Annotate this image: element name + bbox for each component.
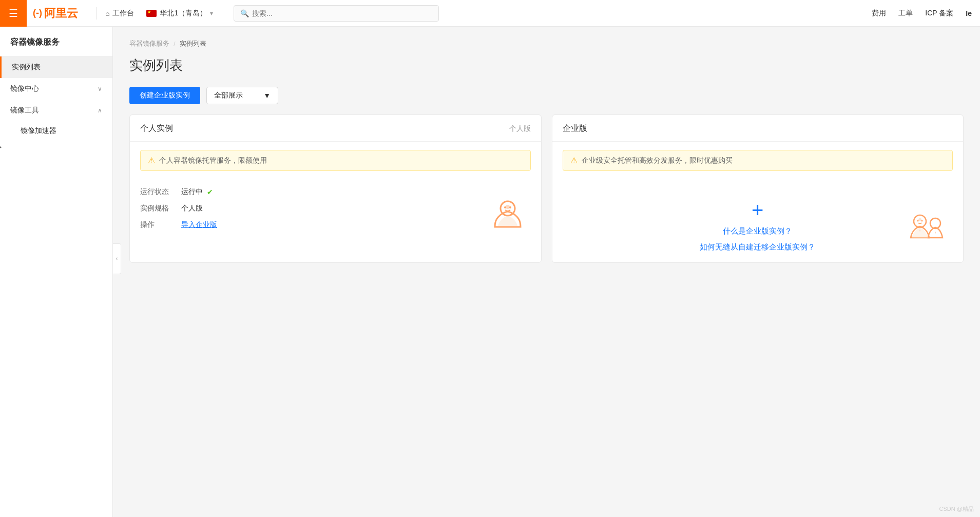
personal-card-title: 个人实例: [140, 123, 173, 134]
enterprise-notice-text: 企业级安全托管和高效分发服务，限时优惠购买: [582, 156, 733, 165]
menu-button[interactable]: ☰: [0, 0, 27, 27]
personal-card-body-wrapper: 运行状态 运行中 ✔ 实例规格 个人版 操作 导入企业版: [130, 179, 541, 245]
enterprise-card-notice: ⚠ 企业级安全托管和高效分发服务，限时优惠购买: [563, 150, 953, 171]
chevron-down-icon: ∨: [98, 85, 102, 92]
main-content: 容器镜像服务 / 实例列表 实例列表 创建企业版实例 全部展示 ▼ 个人实例 个…: [113, 27, 980, 517]
nav-extra[interactable]: Ie: [966, 9, 972, 17]
region-selector[interactable]: 华北1（青岛） ▾: [146, 9, 213, 18]
layout: 容器镜像服务 实例列表 镜像中心 ∨ 镜像工具 ∧ 镜像加速器 镜像工具 ↖ ‹…: [0, 27, 980, 517]
menu-icon: ☰: [9, 7, 18, 20]
enterprise-card-body-wrapper: + 什么是企业版实例？ 如何无缝从自建迁移企业版实例？: [552, 179, 964, 262]
breadcrumb-current: 实例列表: [180, 39, 206, 48]
collapse-arrow-icon: ‹: [116, 256, 118, 261]
enterprise-warning-icon: ⚠: [570, 156, 578, 165]
action-label: 操作: [140, 220, 181, 229]
svg-point-8: [921, 220, 923, 222]
svg-point-7: [917, 220, 919, 222]
sidebar-mirror-tools-label: 镜像工具: [10, 106, 39, 115]
breadcrumb-root[interactable]: 容器镜像服务: [129, 39, 169, 48]
watermark: CSDN @精品: [939, 505, 974, 513]
spec-row: 实例规格 个人版: [140, 204, 531, 213]
sidebar-subitem-accelerator[interactable]: 镜像加速器 镜像工具 ↖: [0, 121, 112, 141]
import-enterprise-link[interactable]: 导入企业版: [181, 220, 217, 229]
breadcrumb: 容器镜像服务 / 实例列表: [129, 39, 964, 48]
enterprise-instance-card: 企业版 ⚠ 企业级安全托管和高效分发服务，限时优惠购买 + 什么是企业版实例？ …: [552, 114, 964, 263]
search-bar: 🔍: [234, 5, 439, 22]
personal-card-notice: ⚠ 个人容器镜像托管服务，限额使用: [140, 150, 531, 171]
personal-instance-card: 个人实例 个人版 ⚠ 个人容器镜像托管服务，限额使用 运行状态 运行中 ✔: [129, 114, 542, 263]
status-running-text: 运行中: [181, 187, 203, 197]
personal-notice-text: 个人容器镜像托管服务，限额使用: [159, 156, 267, 165]
sidebar-item-instances[interactable]: 实例列表: [0, 56, 112, 78]
filter-label: 全部展示: [214, 91, 243, 100]
warning-icon: ⚠: [148, 156, 155, 165]
logo: (-) 阿里云: [33, 6, 78, 21]
cards-area: 个人实例 个人版 ⚠ 个人容器镜像托管服务，限额使用 运行状态 运行中 ✔: [129, 114, 964, 263]
personal-card-badge: 个人版: [509, 124, 531, 133]
page-title: 实例列表: [129, 56, 964, 74]
create-enterprise-button[interactable]: 创建企业版实例: [129, 87, 200, 104]
nav-divider: [97, 7, 97, 20]
status-row: 运行状态 运行中 ✔: [140, 187, 531, 197]
sidebar: 容器镜像服务 实例列表 镜像中心 ∨ 镜像工具 ∧ 镜像加速器 镜像工具 ↖: [0, 27, 113, 517]
plus-icon: +: [752, 200, 763, 220]
spec-label: 实例规格: [140, 204, 181, 213]
enterprise-plus-section: + 什么是企业版实例？ 如何无缝从自建迁移企业版实例？: [552, 179, 964, 262]
sidebar-accelerator-label: 镜像加速器: [21, 126, 56, 136]
logo-icon: (-): [33, 8, 42, 18]
sidebar-item-mirror-tools[interactable]: 镜像工具 ∧: [0, 100, 112, 121]
personal-card-header: 个人实例 个人版: [130, 115, 541, 142]
region-label: 华北1（青岛）: [160, 9, 207, 18]
navbar: ☰ (-) 阿里云 ⌂ 工作台 华北1（青岛） ▾ 🔍 费用 工单 ICP 备案…: [0, 0, 980, 27]
sidebar-item-registry-center[interactable]: 镜像中心 ∨: [0, 78, 112, 100]
cursor-icon: ↖: [0, 140, 3, 151]
chevron-up-icon: ∧: [98, 107, 102, 114]
svg-point-5: [918, 218, 921, 221]
toolbar: 创建企业版实例 全部展示 ▼: [129, 87, 964, 104]
filter-arrow-icon: ▼: [263, 91, 271, 100]
sidebar-registry-center-label: 镜像中心: [10, 84, 39, 93]
nav-orders[interactable]: 工单: [898, 9, 913, 18]
navbar-right: 费用 工单 ICP 备案 Ie: [872, 9, 972, 18]
svg-point-2: [504, 206, 506, 208]
personal-avatar: [490, 197, 526, 235]
logo-text: 阿里云: [44, 6, 78, 21]
home-icon: ⌂: [105, 9, 109, 17]
enterprise-link-what[interactable]: 什么是企业版实例？: [723, 226, 792, 236]
enterprise-card-header: 企业版: [552, 115, 964, 142]
action-row: 操作 导入企业版: [140, 220, 531, 229]
svg-point-3: [509, 206, 511, 208]
status-value: 运行中 ✔: [181, 187, 213, 197]
breadcrumb-sep: /: [174, 40, 176, 48]
nav-icp[interactable]: ICP 备案: [925, 9, 953, 18]
enterprise-card-title: 企业版: [563, 123, 587, 134]
workbench-label: 工作台: [112, 9, 134, 18]
nav-fees[interactable]: 费用: [872, 9, 886, 18]
filter-dropdown[interactable]: 全部展示 ▼: [206, 87, 278, 104]
sidebar-title: 容器镜像服务: [0, 27, 112, 56]
sidebar-instances-label: 实例列表: [12, 63, 41, 72]
enterprise-avatar: [907, 209, 948, 252]
status-label: 运行状态: [140, 187, 181, 197]
search-icon: 🔍: [240, 9, 249, 17]
personal-card-body: 运行状态 运行中 ✔ 实例规格 个人版 操作 导入企业版: [130, 179, 541, 245]
sidebar-collapse-button[interactable]: ‹: [113, 243, 121, 274]
workbench-link[interactable]: ⌂ 工作台: [105, 9, 134, 18]
region-flag: [146, 10, 157, 17]
svg-point-1: [506, 205, 510, 209]
region-arrow-icon: ▾: [210, 10, 213, 17]
spec-value: 个人版: [181, 204, 203, 213]
enterprise-link-migrate[interactable]: 如何无缝从自建迁移企业版实例？: [700, 242, 815, 252]
status-running-icon: ✔: [207, 188, 213, 196]
search-input[interactable]: [252, 9, 432, 17]
